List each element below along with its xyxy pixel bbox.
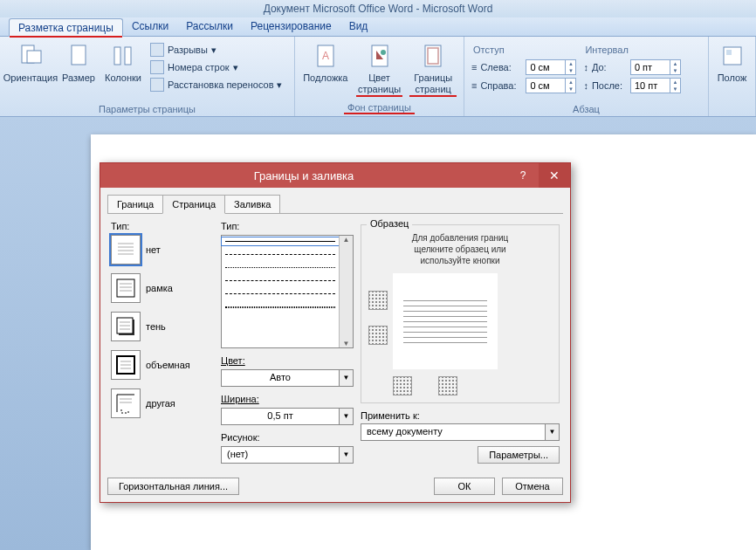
spacing-after-label: После: bbox=[592, 80, 627, 91]
tab-border-label: Граница bbox=[117, 199, 154, 210]
chevron-down-icon: ▼ bbox=[339, 409, 353, 424]
page-color-button[interactable]: Цвет страницы bbox=[354, 40, 405, 99]
line-numbers-icon bbox=[150, 60, 164, 74]
spacing-head: Интервал bbox=[583, 44, 681, 57]
watermark-button[interactable]: A Подложка bbox=[300, 40, 351, 86]
horizontal-line-button[interactable]: Горизонтальная линия... bbox=[107, 478, 239, 495]
indent-right-label: Справа: bbox=[480, 80, 522, 91]
type-custom[interactable]: другая bbox=[111, 388, 214, 418]
indent-right-icon: ≡ bbox=[471, 80, 477, 91]
type-3d[interactable]: объемная bbox=[111, 350, 214, 380]
color-label: Цвет: bbox=[221, 355, 354, 366]
ribbon: Ориентация Размер Колонки Разрывы ▾ Номе… bbox=[0, 37, 756, 117]
position-button[interactable]: Полож bbox=[714, 40, 750, 86]
tab-mailings[interactable]: Рассылки bbox=[177, 17, 242, 36]
tab-page-border[interactable]: Страница bbox=[162, 195, 225, 214]
indent-left-input[interactable]: ▲▼ bbox=[526, 59, 576, 75]
apply-to-label: Применить к: bbox=[361, 410, 560, 421]
border-right-button[interactable] bbox=[438, 376, 457, 395]
width-value: 0,5 пт bbox=[222, 409, 339, 424]
indent-left-icon: ≡ bbox=[471, 62, 477, 72]
hyphenation-icon bbox=[150, 78, 164, 92]
svg-rect-17 bbox=[117, 279, 134, 297]
dialog-titlebar[interactable]: Границы и заливка ? ✕ bbox=[100, 163, 570, 188]
cancel-button[interactable]: Отмена bbox=[502, 478, 563, 495]
breaks-button[interactable]: Разрывы ▾ bbox=[148, 42, 284, 58]
svg-rect-1 bbox=[27, 51, 41, 63]
page-bg-group-label: Фон страницы bbox=[344, 100, 415, 114]
style-label: Тип: bbox=[221, 221, 354, 231]
line-style-scrollbar[interactable] bbox=[339, 236, 353, 347]
orientation-button[interactable]: Ориентация bbox=[5, 40, 56, 86]
line-style-list[interactable] bbox=[221, 235, 354, 348]
page-borders-button[interactable]: Границы страниц bbox=[408, 40, 458, 99]
watermark-label: Подложка bbox=[303, 72, 347, 84]
apply-to-combo[interactable]: всему документу▼ bbox=[361, 423, 560, 441]
type-3d-label: объемная bbox=[146, 360, 190, 370]
borders-shading-dialog: Границы и заливка ? ✕ Граница Страница З… bbox=[100, 162, 571, 503]
art-value: (нет) bbox=[222, 447, 339, 463]
svg-rect-2 bbox=[72, 45, 86, 65]
size-button[interactable]: Размер bbox=[59, 40, 98, 86]
width-combo[interactable]: 0,5 пт▼ bbox=[221, 408, 354, 425]
tab-review[interactable]: Рецензирование bbox=[242, 17, 340, 36]
indent-left-label: Слева: bbox=[480, 62, 522, 72]
width-label: Ширина: bbox=[221, 394, 354, 404]
art-label: Рисунок: bbox=[221, 432, 354, 443]
border-top-button[interactable] bbox=[368, 291, 388, 310]
ok-button[interactable]: ОК bbox=[434, 478, 495, 495]
document-area: Границы и заливка ? ✕ Граница Страница З… bbox=[0, 117, 756, 550]
preview-sample[interactable] bbox=[393, 273, 498, 369]
spacing-after-input[interactable]: ▲▼ bbox=[630, 78, 681, 93]
tab-links[interactable]: Ссылки bbox=[123, 17, 177, 36]
breaks-icon bbox=[150, 43, 164, 57]
app-title: Документ Microsoft Office Word - Microso… bbox=[0, 0, 756, 17]
hyphenation-button[interactable]: Расстановка переносов ▾ bbox=[148, 77, 284, 93]
chevron-down-icon: ▼ bbox=[339, 370, 353, 386]
dialog-tabs: Граница Страница Заливка bbox=[100, 188, 570, 214]
paragraph-group-label: Абзац bbox=[470, 102, 703, 114]
tab-page-layout[interactable]: Разметка страницы bbox=[9, 18, 123, 37]
spacing-after-icon: ↕ bbox=[583, 80, 588, 91]
columns-label: Колонки bbox=[105, 72, 141, 84]
art-combo[interactable]: (нет)▼ bbox=[221, 446, 354, 464]
svg-rect-4 bbox=[125, 47, 131, 65]
page-borders-label: Границы страниц bbox=[409, 72, 457, 97]
spacing-before-label: До: bbox=[592, 62, 627, 72]
chevron-down-icon: ▼ bbox=[545, 424, 559, 440]
type-shadow-label: тень bbox=[146, 321, 166, 332]
columns-button[interactable]: Колонки bbox=[101, 40, 145, 86]
svg-rect-12 bbox=[726, 50, 732, 55]
hyphenation-label: Расстановка переносов bbox=[168, 79, 273, 90]
type-none[interactable]: нет bbox=[111, 235, 214, 265]
page-setup-group-label: Параметры страницы bbox=[5, 102, 289, 114]
border-bottom-button[interactable] bbox=[368, 326, 388, 345]
color-combo[interactable]: Авто▼ bbox=[221, 369, 354, 387]
tab-shading[interactable]: Заливка bbox=[224, 195, 280, 214]
page-color-label: Цвет страницы bbox=[356, 72, 403, 97]
apply-to-value: всему документу bbox=[361, 424, 545, 440]
type-label: Тип: bbox=[111, 221, 214, 231]
svg-text:A: A bbox=[322, 50, 329, 62]
tab-shading-label: Заливка bbox=[234, 199, 271, 210]
indent-right-input[interactable]: ▲▼ bbox=[526, 78, 576, 93]
color-value: Авто bbox=[222, 370, 339, 386]
type-box[interactable]: рамка bbox=[111, 273, 214, 303]
dialog-close-button[interactable]: ✕ bbox=[539, 163, 570, 188]
svg-rect-3 bbox=[114, 47, 120, 65]
options-button[interactable]: Параметры... bbox=[478, 446, 560, 464]
orientation-label: Ориентация bbox=[3, 72, 58, 84]
tab-border[interactable]: Граница bbox=[107, 195, 163, 214]
tab-page-border-label: Страница bbox=[172, 199, 216, 210]
line-numbers-button[interactable]: Номера строк ▾ bbox=[148, 59, 284, 75]
preview-label: Образец bbox=[367, 218, 412, 229]
dialog-help-button[interactable]: ? bbox=[507, 163, 539, 188]
tab-view[interactable]: Вид bbox=[340, 17, 377, 36]
position-label: Полож bbox=[718, 72, 747, 84]
dialog-title: Границы и заливка bbox=[100, 169, 507, 182]
spacing-before-icon: ↕ bbox=[583, 62, 588, 72]
type-shadow[interactable]: тень bbox=[111, 312, 214, 341]
border-left-button[interactable] bbox=[393, 376, 412, 395]
document-page[interactable]: Границы и заливка ? ✕ Граница Страница З… bbox=[91, 134, 756, 550]
spacing-before-input[interactable]: ▲▼ bbox=[630, 59, 681, 75]
